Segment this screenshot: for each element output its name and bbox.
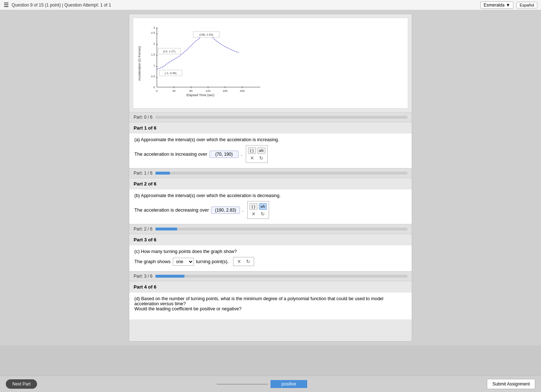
part2-answer-line: The acceleration is decreasing over (190… xyxy=(134,201,407,219)
next-part-button[interactable]: Next Part xyxy=(6,379,37,389)
part1-progress-fill xyxy=(155,172,170,175)
svg-text:120: 120 xyxy=(206,89,211,93)
svg-text:0: 0 xyxy=(154,86,155,89)
part2-body: (b) Approximate the interval(s) over whi… xyxy=(129,189,412,224)
part3-answer-text: The graph shows xyxy=(134,259,171,264)
part1-question: (a) Approximate the interval(s) over whi… xyxy=(134,137,407,142)
svg-text:(188, 2.83): (188, 2.83) xyxy=(199,33,213,36)
part2-ab-btn[interactable]: a/b xyxy=(259,203,267,210)
submit-button[interactable]: Submit Assignment xyxy=(487,379,535,389)
part3-progress: Part: 3 / 6 xyxy=(129,271,412,281)
svg-text:40: 40 xyxy=(172,89,176,93)
svg-text:(13, 1.27): (13, 1.27) xyxy=(163,50,176,53)
main-content: Acceleration (G-Forces) 0 0.5 1 1.5 2 2.… xyxy=(0,10,541,345)
user-dropdown[interactable]: Esmeralda ▼ xyxy=(480,1,513,9)
part3-answer-line: The graph shows one two three four turni… xyxy=(134,257,407,266)
svg-text:2: 2 xyxy=(154,42,155,45)
positive-box: positive xyxy=(270,380,307,388)
svg-text:2.5: 2.5 xyxy=(151,31,155,34)
top-bar-left: ☰ Question 9 of 15 (1 point) | Question … xyxy=(4,1,111,8)
part2-answer-text: The acceleration is decreasing over xyxy=(134,207,209,213)
part3-progress-fill xyxy=(155,275,184,278)
part3-check-toolbar: ✕ ↻ xyxy=(233,257,254,266)
part2-parens-btn[interactable]: ( ) xyxy=(249,203,257,210)
part1-body: (a) Approximate the interval(s) over whi… xyxy=(129,134,412,168)
svg-text:1.5: 1.5 xyxy=(151,53,155,56)
part1-answer-value: (70, 190) xyxy=(210,151,239,158)
part2-comma: . xyxy=(242,207,244,213)
part1-parens-btn[interactable]: ( ) xyxy=(248,147,256,154)
y-axis-label: Acceleration (G-Forces) xyxy=(138,46,141,81)
graph-svg: Acceleration (G-Forces) 0 0.5 1 1.5 2 2.… xyxy=(137,24,268,103)
user-name: Esmeralda xyxy=(484,3,504,8)
svg-text:0.5: 0.5 xyxy=(151,75,155,78)
part3-body: (c) How many turning points does the gra… xyxy=(129,245,412,271)
part2-progress-fill xyxy=(155,228,177,230)
part3-x-btn[interactable]: ✕ xyxy=(237,259,241,264)
svg-text:1: 1 xyxy=(154,64,155,67)
part1-header: Part 1 of 6 xyxy=(129,122,412,134)
part1-answer-text: The acceleration is increasing over xyxy=(134,151,207,157)
hamburger-icon[interactable]: ☰ xyxy=(4,1,9,8)
part3-question: (c) How many turning points does the gra… xyxy=(134,249,407,254)
part2-progress: Part: 2 / 6 xyxy=(129,224,412,234)
part3-label: Part: 3 / 6 xyxy=(134,274,152,279)
question-container: Acceleration (G-Forces) 0 0.5 1 1.5 2 2.… xyxy=(129,14,412,342)
part1-math-toolbar: ( ) a/b ✕ ↻ xyxy=(246,145,268,163)
graph-area: Acceleration (G-Forces) 0 0.5 1 1.5 2 2.… xyxy=(133,18,408,109)
top-bar-right: Esmeralda ▼ Español xyxy=(480,1,537,9)
svg-text:80: 80 xyxy=(190,89,193,93)
part4-question: (d) Based on the number of turning point… xyxy=(134,296,407,311)
part3-undo-btn[interactable]: ↻ xyxy=(246,259,250,264)
part3-dropdown[interactable]: one two three four xyxy=(173,258,194,266)
bottom-center: positive xyxy=(217,380,307,388)
top-bar: ☰ Question 9 of 15 (1 point) | Question … xyxy=(0,0,541,10)
part1-comma: . xyxy=(241,151,242,157)
part2-x-btn[interactable]: ✕ xyxy=(252,211,256,217)
svg-text:160: 160 xyxy=(223,89,228,93)
part1-answer-line: The acceleration is increasing over (70,… xyxy=(134,145,407,163)
part1-progress: Part: 1 / 6 xyxy=(129,168,412,178)
part2-question: (b) Approximate the interval(s) over whi… xyxy=(134,193,407,198)
bottom-bar: Next Part positive Submit Assignment xyxy=(0,376,541,392)
part2-math-toolbar: ( ) a/b ✕ ↻ xyxy=(247,201,269,219)
svg-text:0: 0 xyxy=(156,89,158,93)
x-axis-label: Elapsed Time (sec) xyxy=(186,93,214,97)
part1-undo-btn[interactable]: ↻ xyxy=(259,155,263,161)
part4-body: (d) Based on the number of turning point… xyxy=(129,293,412,319)
dropdown-arrow-icon: ▼ xyxy=(506,3,510,8)
part2-undo-btn[interactable]: ↻ xyxy=(261,211,265,217)
espanol-button[interactable]: Español xyxy=(516,2,537,8)
part3-answer-suffix: turning point(s). xyxy=(196,259,229,264)
part2-answer-value: (190, 2.83) xyxy=(211,207,240,214)
part2-label: Part: 2 / 6 xyxy=(134,226,152,232)
part4-header: Part 4 of 6 xyxy=(129,281,412,293)
part3-header: Part 3 of 6 xyxy=(129,234,412,245)
part1-x-btn[interactable]: ✕ xyxy=(250,155,254,161)
svg-text:200: 200 xyxy=(240,89,245,93)
part0-progress: Part: 0 / 6 xyxy=(129,112,412,122)
part0-label: Part: 0 / 6 xyxy=(134,115,152,120)
question-info: Question 9 of 15 (1 point) | Question At… xyxy=(12,3,111,8)
svg-text:3: 3 xyxy=(154,26,155,29)
part2-header: Part 2 of 6 xyxy=(129,178,412,189)
answer-underline xyxy=(217,384,268,384)
part1-ab-btn[interactable]: a/b xyxy=(257,147,265,154)
svg-text:(-2, 0.98): (-2, 0.98) xyxy=(165,72,177,75)
part1-label: Part: 1 / 6 xyxy=(134,171,152,176)
